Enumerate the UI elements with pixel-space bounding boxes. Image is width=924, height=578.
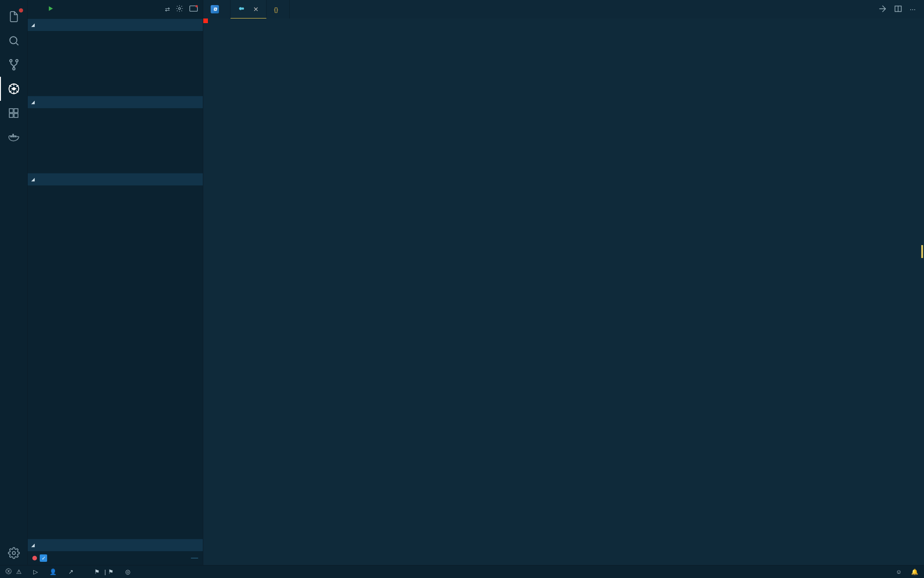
svg-point-15 — [178, 7, 180, 9]
section-callstack-header[interactable]: ◢ — [28, 173, 203, 185]
status-feedback-icon[interactable]: ☺ — [896, 569, 902, 575]
activity-explorer[interactable] — [0, 5, 28, 29]
editor-body[interactable] — [203, 18, 924, 565]
section-variables-header[interactable]: ◢ — [28, 18, 203, 31]
svg-rect-7 — [9, 113, 13, 117]
editor-title-actions: ⋯ — [878, 0, 924, 18]
split-editor-icon[interactable] — [894, 5, 902, 14]
explorer-badge-icon — [19, 8, 23, 12]
minimap-marker — [921, 245, 923, 258]
status-go-lang[interactable]: ⚑ | ⚑ — [94, 568, 116, 575]
main-area: ⇄ ◢ ◢ ◢ ◢ — [0, 0, 924, 565]
flag-icon: ⚑ — [94, 568, 100, 575]
breakpoint-dot-icon — [32, 556, 37, 560]
section-callstack-body — [28, 185, 203, 539]
error-icon: ⓧ — [6, 568, 12, 576]
section-variables-body — [28, 31, 203, 96]
swap-icon[interactable]: ⇄ — [165, 6, 170, 13]
person-icon: 👤 — [49, 568, 57, 575]
play-icon: ▷ — [33, 568, 38, 575]
json-file-icon: {} — [274, 6, 278, 13]
editor-area: ⧉ ✕ {} ⋯ — [203, 0, 924, 565]
svg-point-18 — [239, 7, 242, 10]
activity-scm[interactable] — [0, 53, 28, 77]
status-liveshare-user[interactable]: 👤 — [49, 568, 59, 575]
compare-changes-icon[interactable] — [878, 5, 887, 14]
debug-console-icon[interactable] — [189, 5, 198, 14]
debug-sidebar: ⇄ ◢ ◢ ◢ ◢ — [28, 0, 203, 565]
chevron-down-icon: ◢ — [31, 23, 35, 27]
chevron-down-icon: ◢ — [31, 100, 35, 105]
activity-settings[interactable] — [0, 541, 28, 565]
code-content[interactable] — [237, 18, 924, 565]
svg-point-1 — [10, 60, 12, 62]
more-actions-icon[interactable]: ⋯ — [910, 6, 916, 13]
activity-bar — [0, 0, 28, 565]
svg-rect-6 — [9, 109, 13, 112]
section-breakpoints-header[interactable]: ◢ — [28, 539, 203, 551]
go-file-icon — [238, 5, 245, 13]
status-bell-icon[interactable]: 🔔 — [911, 568, 918, 575]
flag-icon: ⚑ — [108, 568, 114, 575]
svg-point-17 — [195, 5, 198, 7]
activity-docker[interactable] — [0, 125, 28, 149]
tab-launch-json[interactable]: {} — [267, 0, 290, 18]
svg-point-0 — [10, 37, 17, 43]
activity-debug[interactable] — [0, 77, 28, 101]
svg-point-5 — [12, 87, 15, 91]
warning-icon: ⚠ — [16, 568, 22, 575]
status-bar: ⓧ ⚠ ▷ 👤 ↗ ⚑ | ⚑ ◎ ☺ 🔔 — [0, 565, 924, 578]
status-launch[interactable]: ▷ — [33, 568, 40, 575]
share-icon: ↗ — [68, 568, 73, 575]
editor-tabs: ⧉ ✕ {} ⋯ — [203, 0, 924, 18]
svg-point-3 — [12, 68, 15, 70]
tab-welcome[interactable]: ⧉ — [203, 0, 231, 18]
svg-rect-8 — [14, 113, 18, 117]
breakpoint-row[interactable]: ✓ — [32, 553, 198, 564]
activity-extensions[interactable] — [0, 101, 28, 125]
activity-search[interactable] — [0, 29, 28, 53]
debug-settings-icon[interactable] — [176, 5, 183, 14]
status-share[interactable]: ↗ — [68, 568, 76, 575]
section-watch-header[interactable]: ◢ — [28, 96, 203, 108]
breakpoint-line-badge — [191, 558, 198, 559]
debug-header: ⇄ — [28, 0, 203, 18]
svg-point-19 — [242, 7, 244, 10]
chevron-down-icon: ◢ — [31, 543, 35, 547]
start-debug-button[interactable] — [47, 5, 54, 13]
breakpoint-checkbox[interactable]: ✓ — [40, 554, 47, 562]
svg-rect-9 — [14, 109, 18, 112]
status-problems[interactable]: ⓧ ⚠ — [6, 568, 24, 576]
svg-rect-13 — [12, 134, 13, 135]
status-analysis-icon[interactable]: ◎ — [125, 568, 130, 575]
vscode-icon: ⧉ — [211, 5, 219, 13]
breakpoints-list: ✓ — [28, 551, 203, 565]
section-watch-body — [28, 108, 203, 173]
close-icon[interactable]: ✕ — [253, 6, 259, 13]
line-number-gutter[interactable] — [203, 18, 237, 565]
tab-main-go[interactable]: ✕ — [231, 0, 267, 18]
chevron-down-icon: ◢ — [31, 177, 35, 182]
svg-point-14 — [12, 552, 15, 555]
svg-point-2 — [16, 60, 18, 62]
